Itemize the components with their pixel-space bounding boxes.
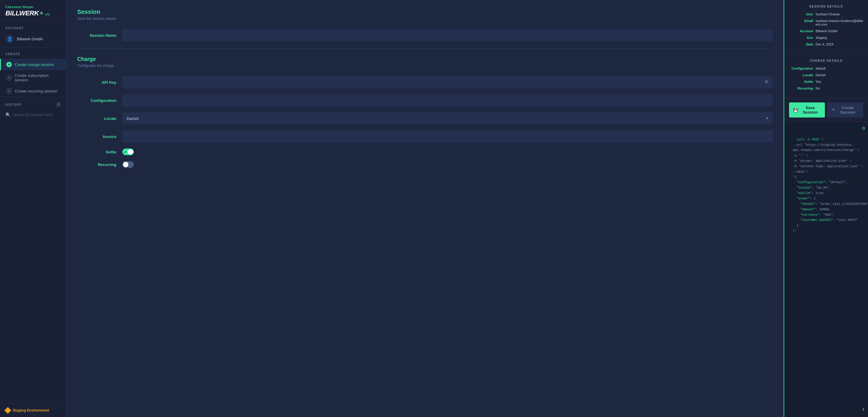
logo-plus: + — [39, 9, 43, 17]
charge-detail-row: Settle Yes — [789, 80, 863, 84]
charge-title: Charge — [77, 56, 773, 62]
charge-subtitle: Configurate the charge — [77, 64, 773, 68]
configuration-input[interactable]: default — [122, 94, 773, 106]
account-item[interactable]: 👤 Billwerk GmbH — [0, 32, 66, 47]
charge-detail-key: Configuration — [789, 67, 813, 70]
env-label: Staging Environment — [13, 408, 49, 413]
account-section-label: ACCOUNT — [0, 21, 66, 32]
detail-key: Env — [789, 36, 813, 39]
charge-detail-value: Danish — [815, 73, 826, 77]
sidebar-item-charge-session[interactable]: + Create charge session — [0, 59, 66, 70]
detail-key: User — [789, 12, 813, 16]
locale-row: Locale Danish English German French ▼ — [77, 113, 773, 124]
right-panel: SESSION DETAILS User Sushant Chavan Emai… — [784, 0, 868, 417]
configuration-row: Configuration default — [77, 94, 773, 106]
detail-key: Email — [789, 19, 813, 23]
save-icon: 💾 — [793, 108, 798, 113]
copy-icon[interactable]: ⧉ — [862, 125, 865, 132]
charge-detail-key: Recurring — [789, 87, 813, 90]
detail-row: User Sushant Chavan — [789, 12, 863, 16]
history-label-area: HISTORY ☰ — [0, 97, 66, 110]
detail-value: Dec 4, 2024 — [815, 42, 833, 46]
recurring-toggle-knob — [123, 162, 128, 167]
charge-details-title: CHARGE DETAILS — [789, 59, 863, 62]
logo-name: BiLLWERK — [5, 9, 39, 17]
detail-row: Email sushant.chavan+locdemo@billwerk.co… — [789, 19, 863, 26]
detail-key: Account — [789, 29, 813, 33]
invoice-input[interactable] — [122, 130, 773, 142]
api-key-label: API Key — [77, 80, 116, 85]
session-name-input[interactable] — [122, 29, 773, 41]
search-icon: 🔍 — [5, 113, 10, 117]
logo-helper-text: Checkout Helper — [5, 5, 61, 9]
locale-label: Locale — [77, 116, 116, 121]
sidebar-item-subscription-session[interactable]: + Create subscription session — [0, 70, 66, 85]
sidebar-item-label-charge: Create charge session — [15, 62, 54, 67]
detail-row: Env Staging — [789, 36, 863, 39]
history-section-label: HISTORY — [5, 103, 22, 106]
settle-toggle[interactable]: ✓ — [122, 149, 134, 155]
detail-row: Account Billwerk GmbH — [789, 29, 863, 33]
account-name: Billwerk GmbH — [17, 37, 43, 41]
sidebar-item-recurring-session[interactable]: + Create recurring session — [0, 85, 66, 97]
charge-details-rows: Configuration default Locale Danish Sett… — [789, 67, 863, 90]
nav-plus-filled-icon: + — [6, 62, 12, 67]
eye-toggle-icon[interactable]: 👁︎ — [764, 79, 769, 85]
sidebar: Checkout Helper BiLLWERK + v72 ACCOUNT 👤… — [0, 0, 66, 417]
session-title: Session — [77, 8, 773, 15]
session-details-rows: User Sushant Chavan Email sushant.chavan… — [789, 12, 863, 46]
sidebar-item-label-sub: Create subscription session — [15, 73, 61, 82]
logo-area: Checkout Helper BiLLWERK + v72 — [0, 0, 66, 21]
panel-actions: 💾 Save Session ↷ Create Session — [784, 98, 868, 122]
code-block: ⧉ curl -X POST \ --url 'https://staging-… — [784, 122, 868, 417]
nav-plus-outline-icon-rec: + — [6, 88, 12, 94]
detail-value: Billwerk GmbH — [815, 29, 838, 33]
charge-details-section: CHARGE DETAILS Configuration default Loc… — [784, 54, 868, 98]
search-input[interactable] — [13, 113, 61, 117]
nav-plus-outline-icon-sub: + — [6, 75, 12, 81]
recurring-toggle[interactable] — [122, 161, 134, 168]
charge-detail-value: Yes — [815, 80, 821, 84]
api-key-wrapper: 👁︎ — [122, 76, 773, 88]
locale-select[interactable]: Danish English German French — [122, 113, 773, 124]
charge-detail-row: Locale Danish — [789, 73, 863, 77]
section-divider — [77, 49, 773, 49]
logo-version: v72 — [45, 13, 50, 16]
charge-detail-key: Locale — [789, 73, 813, 77]
settle-label: Settle — [77, 150, 116, 154]
session-name-row: Session Name — [77, 29, 773, 41]
detail-value: Sushant Chavan — [815, 12, 840, 16]
session-subtitle: Save the session details — [77, 17, 773, 21]
session-name-label: Session Name — [77, 33, 116, 38]
recurring-toggle-wrapper — [122, 161, 134, 168]
charge-detail-row: Recurring No — [789, 87, 863, 90]
create-session-label: Create Session — [837, 105, 859, 115]
detail-key: Date — [789, 42, 813, 46]
settle-toggle-knob — [128, 149, 133, 155]
recurring-label: Recurring — [77, 162, 116, 167]
code-content: curl -X POST \ --url 'https://staging-ch… — [789, 138, 868, 233]
history-menu-icon[interactable]: ☰ — [56, 102, 61, 107]
settle-row: Settle ✓ — [77, 149, 773, 155]
recurring-row: Recurring — [77, 161, 773, 168]
settle-toggle-wrapper: ✓ — [122, 149, 134, 155]
main-content: Session Save the session details Session… — [66, 0, 784, 417]
session-details-section: SESSION DETAILS User Sushant Chavan Emai… — [784, 0, 868, 54]
save-session-button[interactable]: 💾 Save Session — [789, 102, 825, 118]
detail-value: sushant.chavan+locdemo@billwerk.com — [815, 19, 863, 26]
settle-check-icon: ✓ — [124, 150, 126, 154]
env-diamond-icon — [4, 407, 11, 414]
account-icon: 👤 — [5, 35, 14, 43]
sidebar-item-label-rec: Create recurring session — [15, 89, 58, 93]
api-key-row: API Key 👁︎ — [77, 76, 773, 88]
detail-value: Staging — [815, 36, 827, 39]
create-icon: ↷ — [832, 108, 835, 113]
charge-detail-value: No — [815, 87, 820, 90]
locale-select-wrapper: Danish English German French ▼ — [122, 113, 773, 124]
upload-icon[interactable]: ⬆ — [862, 406, 865, 414]
configuration-label: Configuration — [77, 98, 116, 103]
invoice-row: Invoice — [77, 130, 773, 142]
invoice-label: Invoice — [77, 134, 116, 139]
api-key-input[interactable] — [122, 76, 773, 88]
create-session-button[interactable]: ↷ Create Session — [827, 102, 863, 118]
